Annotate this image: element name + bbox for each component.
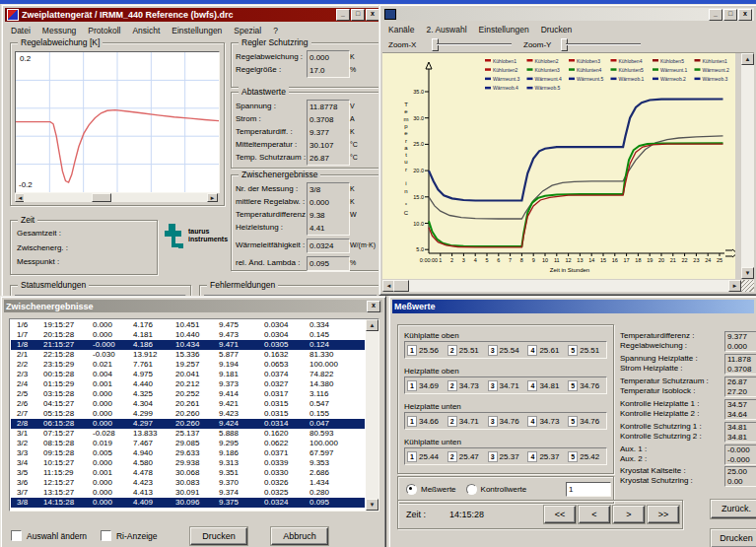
plate-cell: 425.61 [525, 345, 566, 356]
table-cell: 0.021 [93, 360, 112, 370]
table-cell: 0.0330 [264, 468, 288, 478]
nav-first-button[interactable]: << [544, 506, 576, 523]
resize-grip[interactable] [741, 280, 754, 292]
chart-window-titlebar[interactable]: _□x [382, 8, 754, 21]
results-title: Zwischenergebnisse [6, 302, 94, 311]
results-list[interactable]: 1/619:15:270.0004.17610.4519.4750.03040.… [11, 320, 365, 510]
vscroll-down-arrow[interactable]: ▼ [741, 267, 754, 279]
plate-cell: 225.51 [446, 345, 486, 356]
nav-next-button[interactable]: > [613, 506, 645, 523]
table-row[interactable]: 2/503:15:280.0004.32520.2529.4140.03173.… [11, 389, 365, 399]
svg-text:p: p [404, 123, 408, 129]
vscroll-up-arrow[interactable]: ▲ [741, 53, 754, 65]
table-cell: 23:15:29 [43, 360, 74, 370]
zoom-y-slider-thumb[interactable] [561, 38, 568, 51]
chart-window-maximize-button[interactable]: □ [723, 9, 737, 21]
auswahl-aendern-checkbox[interactable] [11, 530, 22, 541]
plot-hscrollbar[interactable]: ◄ ► [382, 280, 741, 292]
main-menu--[interactable]: ? [267, 26, 284, 35]
plot-vscrollbar[interactable]: ▲ ▼ [741, 53, 754, 279]
scroll-track[interactable] [24, 193, 209, 202]
chart-window-close-button[interactable]: x [738, 9, 752, 21]
main-menu-protokoll[interactable]: Protokoll [82, 26, 126, 35]
kontrollwerte-radio[interactable] [466, 484, 477, 495]
zurueck-button[interactable]: Zurück. [711, 500, 756, 518]
field-unit: K [350, 195, 357, 208]
table-cell: 9.375 [219, 498, 239, 508]
main-menu-einstellungen[interactable]: Einstellungen [166, 26, 228, 35]
table-row[interactable]: 1/720:15:280.0004.18110.4409.4730.03040.… [11, 330, 365, 340]
main-menu-messung[interactable]: Messung [36, 26, 83, 35]
main-window-titlebar[interactable]: Zweiplattengerät / IRMM_440 Reference (b… [5, 8, 381, 22]
table-row[interactable]: 2/604:15:270.0004.30420.2619.4210.03150.… [11, 399, 365, 409]
measure-value-box: -0.000-0.000 [724, 444, 756, 465]
hscroll-thumb[interactable] [393, 280, 409, 292]
zoom-x-slider-track[interactable] [437, 43, 512, 44]
plate-cell-index: 2 [447, 380, 457, 391]
table-row[interactable]: 2/806:15:280.0004.29720.2609.4240.03140.… [11, 419, 365, 429]
main-menu-ansicht[interactable]: Ansicht [126, 26, 166, 35]
table-cell: 9.471 [219, 340, 239, 350]
results-scroll-up[interactable]: ▲ [366, 319, 378, 331]
table-row[interactable]: 2/705:15:280.0004.29920.2609.4230.03150.… [11, 409, 365, 419]
main-menu-spezial[interactable]: Spezial [228, 26, 267, 35]
messwerte-titlebar[interactable]: Meßwerte [392, 300, 754, 313]
zeit-group-label: Zeit [18, 215, 37, 225]
results-scroll-down[interactable]: ▼ [366, 499, 378, 511]
main-menu-datei[interactable]: Datei [5, 26, 36, 35]
value-input[interactable]: 1 [566, 482, 611, 497]
table-row[interactable]: 1/619:15:270.0004.17610.4519.4750.03040.… [11, 320, 365, 330]
results-vscrollbar[interactable]: ▲ ▼ [366, 319, 378, 511]
scroll-right-arrow[interactable]: ► [207, 193, 218, 202]
chart-window-minimize-button[interactable]: _ [709, 9, 722, 21]
table-row[interactable]: 3/511:15:290.0014.47830.0689.3510.03302.… [11, 468, 365, 478]
table-row[interactable]: 2/122:15:28-0.03013.91215.3365.8770.1632… [11, 350, 365, 360]
table-row[interactable]: 2/401:15:290.0014.44020.2129.3730.032714… [11, 379, 365, 389]
results-print-button[interactable]: Drucken [190, 527, 247, 545]
table-cell: 1/7 [17, 330, 28, 340]
ri-anzeige-checkbox[interactable] [101, 530, 111, 541]
results-window: Zwischenergebnisse x 1/619:15:270.0004.1… [0, 296, 386, 547]
table-row[interactable]: 2/300:15:280.0044.97520.0419.1810.037474… [11, 370, 365, 379]
results-close-button[interactable]: x [367, 301, 380, 312]
hscroll-right-arrow[interactable]: ► [728, 280, 741, 292]
measure-label: Kontrolle Heizplatte 2 : [620, 409, 722, 419]
svg-text:1: 1 [439, 257, 442, 263]
results-titlebar[interactable]: Zwischenergebnisse x [4, 300, 382, 312]
main-window-close-button[interactable]: x [366, 9, 379, 21]
table-row[interactable]: 3/208:15:280.0197.46729.0859.2950.062210… [11, 439, 365, 448]
table-row[interactable]: 3/410:15:270.0004.58029.9389.3130.03399.… [11, 458, 365, 468]
table-cell: 9.473 [219, 330, 239, 340]
results-cancel-button[interactable]: Abbruch [271, 527, 328, 545]
main-window-minimize-button[interactable]: _ [336, 9, 350, 21]
table-cell: 10.440 [175, 330, 199, 340]
zoom-y-slider-track[interactable] [566, 43, 641, 44]
scroll-thumb[interactable] [92, 193, 111, 202]
table-cell: 100.000 [309, 439, 338, 448]
table-row[interactable]: 3/309:15:280.0054.94029.6339.1860.037167… [11, 448, 365, 458]
plate-cell-value: 25.42 [580, 452, 599, 461]
main-window-maximize-button[interactable]: □ [351, 9, 365, 21]
chart-menu-2-auswahl[interactable]: 2. Auswahl [420, 25, 472, 34]
chart-hscrollbar[interactable]: ◄ ► [15, 193, 218, 202]
zoom-x-slider-thumb[interactable] [432, 38, 439, 51]
plate-cell-value: 25.61 [539, 346, 559, 355]
svg-text:Kühlunten5: Kühlunten5 [619, 67, 645, 73]
table-row[interactable]: 3/612:15:270.0004.42330.0839.3700.03261.… [11, 478, 365, 488]
measure-label: Kryostat Schutzring : [620, 476, 722, 486]
chart-menu-einstellungen[interactable]: Einstellungen [473, 25, 535, 34]
table-row[interactable]: 2/223:15:290.0217.76119.2579.1940.065310… [11, 360, 365, 370]
table-row[interactable]: 1/821:15:27-0.0004.18610.4349.4710.03050… [11, 340, 365, 350]
table-cell: 20.260 [175, 409, 199, 419]
chart-menu-drucken[interactable]: Drucken [535, 25, 579, 34]
table-row[interactable]: 3/713:15:270.0004.41330.0919.3740.03250.… [11, 488, 365, 498]
table-row[interactable]: 3/107:15:27-0.02813.83325.1375.8880.1620… [11, 429, 365, 439]
table-row[interactable]: 3/814:15:280.0004.40930.0969.3750.03240.… [11, 498, 365, 508]
chart-menu-kan-le[interactable]: Kanäle [382, 25, 420, 34]
nav-last-button[interactable]: >> [648, 506, 679, 523]
nav-prev-button[interactable]: < [579, 506, 610, 523]
messwerte-print-button[interactable]: Drucken [711, 529, 756, 547]
table-cell: 2.686 [309, 468, 329, 478]
messwerte-radio[interactable] [406, 484, 417, 495]
table-cell: 5.877 [219, 350, 239, 360]
